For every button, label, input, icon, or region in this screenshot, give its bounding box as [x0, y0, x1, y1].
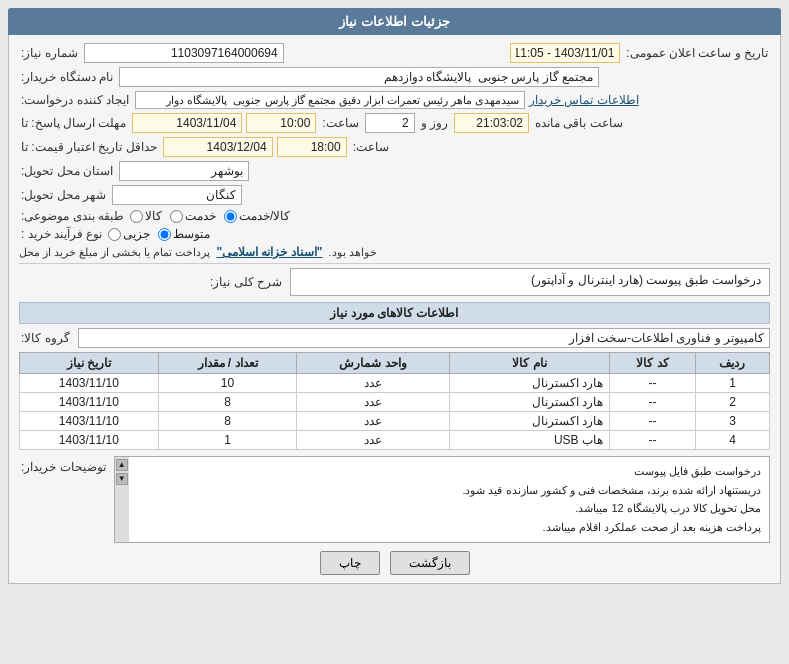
- shahr-label: شهر محل تحویل:: [19, 188, 108, 202]
- cell-tedad: 8: [158, 412, 297, 431]
- sarekliy-value: درخواست طبق پیوست (هارد اینترنال و آداپت…: [531, 273, 761, 287]
- cell-vahed: عدد: [297, 412, 450, 431]
- saat-mande-input[interactable]: [454, 113, 529, 133]
- ijad-konande-input[interactable]: [135, 91, 525, 109]
- nooe-motavaset[interactable]: متوسط: [158, 227, 210, 241]
- cell-tarikh: 1403/11/10: [20, 393, 159, 412]
- cell-tarikh: 1403/11/10: [20, 374, 159, 393]
- tabaghe-option-kala[interactable]: کالا: [130, 209, 162, 223]
- col-radif: ردیف: [695, 353, 769, 374]
- jadaval-time-input[interactable]: [277, 137, 347, 157]
- nooe-farayand-radio-group: متوسط جزیی: [108, 227, 210, 241]
- tabaghe-khedmat-label: خدمت: [185, 209, 216, 223]
- mohlat-date-input[interactable]: [132, 113, 242, 133]
- sarekliy-label: شرح کلی نیاز:: [208, 275, 284, 289]
- cell-name: هارد اکسترنال: [449, 412, 609, 431]
- cell-vahed: عدد: [297, 374, 450, 393]
- cell-name: هارد اکسترنال: [449, 393, 609, 412]
- col-kod: کد کالا: [609, 353, 695, 374]
- table-row: 3 -- هارد اکسترنال عدد 8 1403/11/10: [20, 412, 770, 431]
- saat-label: ساعت:: [320, 116, 360, 130]
- jadaval-label: حداقل تاریخ اعتبار قیمت: تا: [19, 140, 159, 154]
- tabaghe-radio-group: کالا/خدمت خدمت کالا: [130, 209, 290, 223]
- cell-tedad: 10: [158, 374, 297, 393]
- table-row: 4 -- هاب USB عدد 1 1403/11/10: [20, 431, 770, 450]
- shomara-niaz-input[interactable]: [84, 43, 284, 63]
- ijad-konande-label: ایجاد کننده درخواست:: [19, 93, 131, 107]
- pardakht-suffix: خواهد بود.: [329, 246, 377, 259]
- kala-table: ردیف کد کالا نام کالا واحد شمارش تعداد /…: [19, 352, 770, 450]
- cell-tedad: 8: [158, 393, 297, 412]
- shahr-input[interactable]: [112, 185, 242, 205]
- tabaghe-option-khedmat[interactable]: خدمت: [170, 209, 216, 223]
- mohlat-time-input[interactable]: [246, 113, 316, 133]
- cell-name: هاب USB: [449, 431, 609, 450]
- cell-radif: 3: [695, 412, 769, 431]
- cell-name: هارد اکسترنال: [449, 374, 609, 393]
- shomara-niaz-label: شماره نیاز:: [19, 46, 80, 60]
- tarikh-saet-label: تاریخ و ساعت اعلان عمومی:: [624, 46, 770, 60]
- mohlat-ersal-label: مهلت ارسال پاسخ: تا: [19, 116, 128, 130]
- scroll-down[interactable]: ▼: [116, 473, 128, 485]
- nooe-farayand-label: نوع فرآیند خرید :: [19, 227, 104, 241]
- cell-tedad: 1: [158, 431, 297, 450]
- cell-kod: --: [609, 412, 695, 431]
- tabaghe-option-kala-khedmat[interactable]: کالا/خدمت: [224, 209, 290, 223]
- scroll-up[interactable]: ▲: [116, 459, 128, 471]
- cell-vahed: عدد: [297, 431, 450, 450]
- tabaghe-kala-khedmat-label: کالا/خدمت: [239, 209, 290, 223]
- desc-line-2: دریستنهاد ارائه شده برند، مشخصات فنی و ک…: [139, 481, 761, 500]
- cell-radif: 1: [695, 374, 769, 393]
- desc-line-3: محل تحویل کالا درب پالایشگاه 12 میباشد.: [139, 499, 761, 518]
- tabaghe-label: طبقه بندی موضوعی:: [19, 209, 126, 223]
- tabaghe-kala-label: کالا: [145, 209, 162, 223]
- cell-vahed: عدد: [297, 393, 450, 412]
- description-label: توضیحات خریدار:: [19, 456, 108, 474]
- group-kala-input[interactable]: [78, 328, 770, 348]
- jozi-label: جزیی: [123, 227, 150, 241]
- page-header: جزئیات اطلاعات نیاز: [8, 8, 781, 35]
- nam-dastgah-label: نام دستگاه خریدار:: [19, 70, 115, 84]
- col-tedad: تعداد / مقدار: [158, 353, 297, 374]
- tarikh-saet-input[interactable]: [510, 43, 620, 63]
- info-section-title: اطلاعات کالاهای مورد نیاز: [19, 302, 770, 324]
- nam-dastgah-input[interactable]: [119, 67, 599, 87]
- roz-input[interactable]: [365, 113, 415, 133]
- col-name: نام کالا: [449, 353, 609, 374]
- pardakht-note: پرداخت تمام یا بخشی از مبلغ خرید از محل: [19, 246, 210, 259]
- cell-kod: --: [609, 393, 695, 412]
- table-row: 2 -- هارد اکسترنال عدد 8 1403/11/10: [20, 393, 770, 412]
- desc-line-1: درخواست طبق فایل پیوست: [139, 462, 761, 481]
- motavaset-label: متوسط: [173, 227, 210, 241]
- cell-tarikh: 1403/11/10: [20, 431, 159, 450]
- sarekliy-box: درخواست طبق پیوست (هارد اینترنال و آداپت…: [290, 268, 770, 296]
- ostan-input[interactable]: [119, 161, 249, 181]
- cell-tarikh: 1403/11/10: [20, 412, 159, 431]
- cell-radif: 4: [695, 431, 769, 450]
- col-tarikh: تاریخ نیاز: [20, 353, 159, 374]
- etelaat-tamas-link[interactable]: اطلاعات تماس خریدار: [529, 93, 639, 107]
- table-row: 1 -- هارد اکسترنال عدد 10 1403/11/10: [20, 374, 770, 393]
- ostan-label: استان محل تحویل:: [19, 164, 115, 178]
- col-vahed: واحد شمارش: [297, 353, 450, 374]
- cell-radif: 2: [695, 393, 769, 412]
- description-box: درخواست طبق فایل پیوست دریستنهاد ارائه ش…: [114, 456, 770, 543]
- page-title: جزئیات اطلاعات نیاز: [339, 14, 449, 29]
- pardakht-link[interactable]: "اسناد خزانه اسلامی": [216, 245, 322, 259]
- desc-line-4: پرداخت هزینه بعد از صحت عملکرد اقلام میب…: [139, 518, 761, 537]
- roz-label: روز و: [419, 116, 450, 130]
- back-button[interactable]: بازگشت: [390, 551, 470, 575]
- jadaval-date-input[interactable]: [163, 137, 273, 157]
- group-kala-label: گروه کالا:: [19, 331, 72, 345]
- saat-mande-label: ساعت باقی مانده: [533, 116, 625, 130]
- cell-kod: --: [609, 431, 695, 450]
- nooe-jozi[interactable]: جزیی: [108, 227, 150, 241]
- cell-kod: --: [609, 374, 695, 393]
- jadaval-time-label: ساعت:: [351, 140, 391, 154]
- print-button[interactable]: چاپ: [320, 551, 380, 575]
